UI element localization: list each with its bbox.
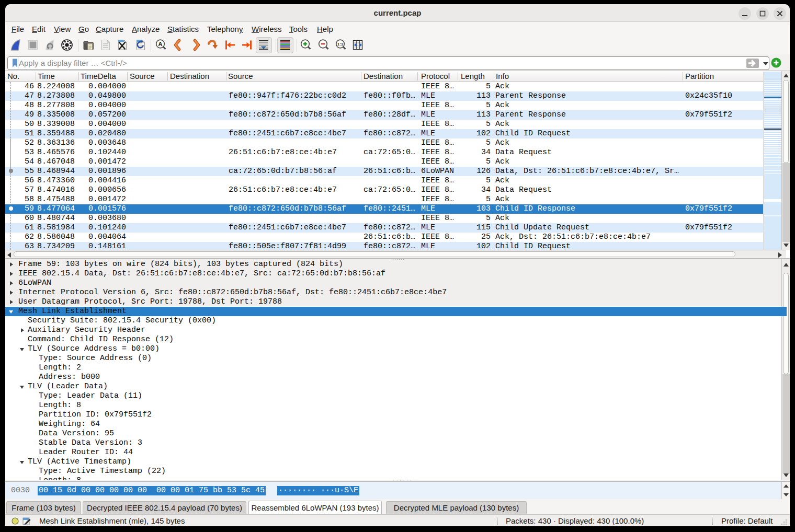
svg-text:A: A xyxy=(158,41,163,47)
svg-text:1:1: 1:1 xyxy=(337,42,344,47)
